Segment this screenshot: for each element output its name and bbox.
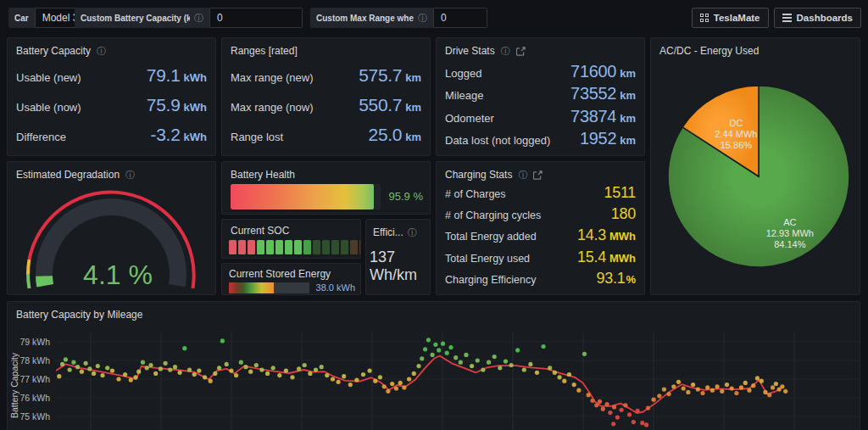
soc-cell: [359, 240, 361, 254]
scatter-point: [342, 374, 346, 378]
topbar: Car Model 3 ▼ Custom Battery Capacity (k…: [0, 0, 868, 34]
scatter-point: [691, 383, 695, 387]
scatter-point: [265, 371, 270, 376]
panel-title: AC/DC - Energy Used: [659, 45, 759, 57]
scatter-point: [325, 373, 329, 377]
stat-row: Usable (now)75.9kWh: [16, 95, 207, 115]
scatter-point: [68, 367, 72, 371]
scatter-point: [464, 353, 468, 357]
scatter-point: [182, 346, 186, 350]
info-icon: ⓘ: [501, 47, 510, 56]
scatter-point: [254, 363, 259, 367]
custom-max-range-input[interactable]: [433, 8, 487, 28]
stat-value: 73874km: [570, 107, 636, 126]
stat-value: 25.0km: [369, 125, 421, 145]
topbar-buttons: TeslaMate Dashboards: [692, 8, 861, 28]
dashboards-button[interactable]: Dashboards: [774, 8, 861, 28]
scatter-point: [535, 371, 539, 375]
scatter-point: [173, 365, 177, 369]
scatter-point: [390, 382, 394, 386]
apps-grid-icon: [700, 14, 709, 22]
battery-health-value: 95.9 %: [389, 190, 423, 203]
scatter-point: [572, 383, 576, 387]
stat-row: Data lost (not logged)1952km: [445, 129, 636, 148]
scatter-point: [558, 375, 562, 379]
scatter-point: [686, 390, 690, 394]
scatter-point: [84, 361, 88, 366]
scatter-point: [145, 366, 149, 370]
stat-value: 73552km: [570, 84, 636, 103]
info-icon: ⓘ: [418, 14, 427, 23]
stat-row: Charging Efficiency93.1%: [445, 270, 636, 288]
scatter-point: [290, 375, 294, 379]
stat-row: Odometer73874km: [445, 107, 636, 126]
stat-label: Odometer: [445, 112, 494, 125]
scatter-point: [767, 393, 771, 397]
scatter-point: [373, 379, 377, 383]
stat-label: Usable (now): [16, 101, 81, 114]
stat-value: 1511: [604, 184, 636, 202]
stat-value: 180: [611, 205, 636, 223]
scatter-point: [492, 355, 497, 359]
scatter-point: [168, 367, 172, 371]
stat-value: 14.3MWh: [577, 226, 636, 244]
acdc-pie-chart[interactable]: AC12.93 MWh84.14%DC2.44 MWh15.86%: [651, 60, 860, 294]
capacity-scatter-chart[interactable]: [56, 332, 860, 430]
scatter-point: [100, 373, 104, 377]
stat-row: Usable (new)79.1kWh: [16, 65, 207, 86]
scatter-point: [605, 402, 609, 406]
panel-title: Current Stored Energy: [229, 268, 331, 280]
scatter-point: [705, 385, 709, 389]
scatter-point: [562, 379, 566, 383]
stat-label: Usable (new): [16, 71, 81, 84]
custom-battery-capacity-input[interactable]: [209, 8, 303, 28]
scatter-point: [248, 370, 253, 374]
scatter-point: [337, 380, 341, 384]
external-link-icon[interactable]: [533, 170, 542, 180]
scatter-point: [159, 366, 163, 371]
soc-cell: [285, 240, 292, 254]
scatter-point: [225, 362, 229, 366]
scatter-point: [368, 369, 372, 373]
panel-ranges: Ranges [rated] Max range (new)575.7kmMax…: [221, 37, 431, 156]
scatter-point: [620, 408, 624, 412]
scatter-point: [509, 363, 514, 367]
soc-cell: [294, 240, 302, 254]
car-label: Car: [8, 8, 35, 28]
scatter-point: [528, 362, 532, 366]
soc-cell: [331, 240, 339, 254]
scatter-point: [611, 422, 615, 426]
scatter-point: [433, 343, 437, 347]
gauge-value-fill: [44, 276, 45, 286]
scatter-point: [470, 364, 474, 368]
scatter-point: [644, 422, 648, 427]
scatter-point: [730, 386, 734, 390]
scatter-point: [598, 399, 602, 404]
scatter-point: [239, 360, 243, 365]
scatter-point: [297, 366, 301, 371]
soc-lcd-gauge: 50.0 %: [229, 242, 355, 253]
panel-battery-health: Battery Health 95.9 %: [221, 161, 431, 215]
y-tick-label: 78 kWh: [11, 355, 50, 366]
soc-cell: [238, 240, 246, 254]
soc-cell: [341, 240, 348, 254]
stat-row: Total Energy added14.3MWh: [445, 226, 636, 244]
scatter-point: [576, 388, 581, 393]
panel-title: Battery Capacity by Mileage: [16, 309, 142, 321]
scatter-point: [567, 372, 571, 377]
scatter-point: [80, 370, 84, 374]
external-link-icon[interactable]: [516, 47, 526, 56]
teslamate-button[interactable]: TeslaMate: [692, 8, 769, 28]
stat-value: 1952km: [580, 129, 636, 148]
panel-battery-capacity-by-mileage: Battery Capacity by Mileage Battery Capa…: [7, 301, 860, 430]
stat-label: # of Charges: [445, 188, 506, 200]
scatter-point: [178, 371, 182, 375]
panel-title: Estimated Degradation: [16, 169, 120, 181]
scatter-point: [271, 366, 275, 370]
stat-label: Total Energy used: [445, 253, 530, 265]
panel-title: Ranges [rated]: [231, 45, 298, 57]
scatter-point: [671, 384, 676, 388]
y-tick-label: 79 kWh: [11, 336, 50, 348]
scatter-point: [636, 409, 640, 413]
battery-health-track: [231, 184, 381, 209]
